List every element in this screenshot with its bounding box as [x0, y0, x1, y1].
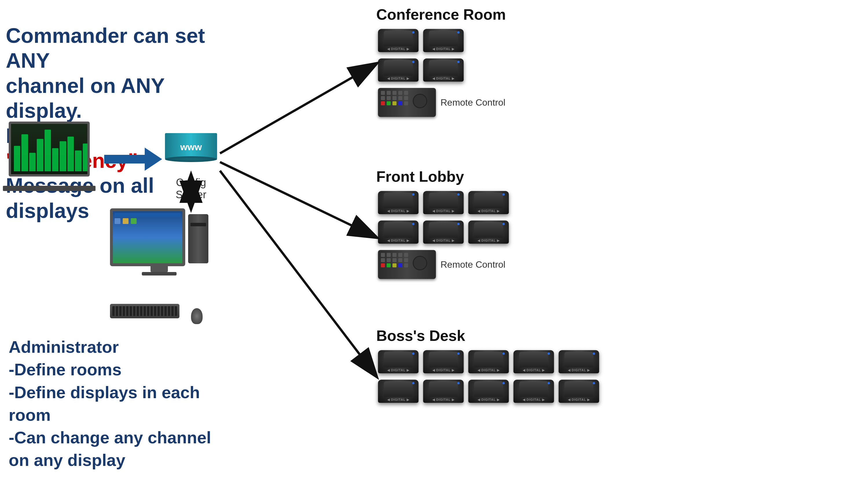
desktop-stand — [151, 266, 168, 272]
remote-dpad — [413, 256, 427, 270]
admin-line2: -Define displays in each room — [9, 381, 234, 427]
stb-device: ◀ DIGITAL ▶ — [378, 59, 419, 82]
cylinder-bottom — [165, 156, 217, 162]
boss-stb-row2: ◀ DIGITAL ▶ ◀ DIGITAL ▶ ◀ DIGITAL ▶ ◀ DI… — [376, 378, 810, 405]
conference-remote-label: Remote Control — [440, 97, 505, 108]
stb-device: ◀ DIGITAL ▶ — [423, 29, 464, 52]
remote-buttons — [381, 91, 409, 105]
conference-stb-row1: ◀ DIGITAL ▶ ◀ DIGITAL ▶ — [376, 27, 637, 54]
commander-line1: Commander can set ANY — [6, 23, 214, 73]
desktop-keyboard — [110, 304, 180, 318]
stb-device: ◀ DIGITAL ▶ — [423, 59, 464, 82]
stb-device: ◀ DIGITAL ▶ — [513, 350, 554, 373]
desktop-base — [142, 272, 176, 276]
server-boss-arrow — [220, 171, 376, 376]
remote-dpad — [413, 94, 427, 108]
stb-device: ◀ DIGITAL ▶ — [423, 380, 464, 403]
laptop-chart — [14, 125, 89, 171]
lobby-room-title: Front Lobby — [376, 168, 666, 185]
admin-title: Administrator — [9, 336, 234, 358]
blue-arrow — [104, 148, 162, 171]
stb-device: ◀ DIGITAL ▶ — [468, 220, 509, 244]
cylinder-www-label: www — [180, 142, 202, 153]
stb-device: ◀ DIGITAL ▶ — [423, 220, 464, 244]
desktop-monitor — [110, 208, 185, 266]
stb-device: ◀ DIGITAL ▶ — [513, 380, 554, 403]
desktop-computer — [110, 208, 208, 330]
stb-device: ◀ DIGITAL ▶ — [378, 220, 419, 244]
cylinder-body: www — [165, 133, 217, 159]
stb-device: ◀ DIGITAL ▶ — [559, 350, 599, 373]
lobby-stb-row1: ◀ DIGITAL ▶ ◀ DIGITAL ▶ ◀ DIGITAL ▶ — [376, 189, 666, 216]
stb-device: ◀ DIGITAL ▶ — [468, 350, 509, 373]
arrow-head — [145, 148, 162, 171]
bosses-desk-room: Boss's Desk ◀ DIGITAL ▶ ◀ DIGITAL ▶ ◀ DI… — [376, 327, 810, 407]
admin-line1: -Define rooms — [9, 358, 234, 381]
lobby-stb-row2: ◀ DIGITAL ▶ ◀ DIGITAL ▶ ◀ DIGITAL ▶ — [376, 219, 666, 245]
lobby-remote-label: Remote Control — [440, 259, 505, 270]
stb-device: ◀ DIGITAL ▶ — [468, 191, 509, 214]
stb-device: ◀ DIGITAL ▶ — [559, 380, 599, 403]
config-server-label: Config Server — [162, 176, 220, 201]
desktop-taskbar — [114, 213, 181, 217]
remote-buttons — [381, 253, 409, 267]
server-lobby-arrow — [220, 162, 376, 237]
commander-line2: channel on ANY display. — [6, 73, 214, 123]
desktop-screen — [113, 211, 182, 263]
lobby-remote-row: Remote Control — [376, 248, 666, 281]
config-server: www Config Server — [162, 127, 220, 201]
remote-control — [378, 88, 436, 117]
stb-device: ◀ DIGITAL ▶ — [378, 29, 419, 52]
front-lobby-room: Front Lobby ◀ DIGITAL ▶ ◀ DIGITAL ▶ ◀ DI… — [376, 168, 666, 281]
conference-room-title: Conference Room — [376, 6, 637, 23]
server-cylinder: www — [165, 133, 217, 171]
arrow-shaft — [104, 155, 151, 164]
stb-device: ◀ DIGITAL ▶ — [378, 380, 419, 403]
boss-room-title: Boss's Desk — [376, 327, 810, 344]
stb-device: ◀ DIGITAL ▶ — [468, 380, 509, 403]
desktop-mouse — [191, 308, 203, 324]
admin-text-block: Administrator -Define rooms -Define disp… — [9, 336, 234, 472]
desktop-icons — [114, 218, 181, 224]
desktop-drive — [190, 223, 206, 226]
conference-remote-row: Remote Control — [376, 86, 637, 119]
conference-room: Conference Room ◀ DIGITAL ▶ ◀ DIGITAL ▶ … — [376, 6, 637, 119]
stb-device: ◀ DIGITAL ▶ — [378, 350, 419, 373]
stb-device: ◀ DIGITAL ▶ — [378, 191, 419, 214]
remote-control — [378, 250, 436, 279]
boss-stb-row1: ◀ DIGITAL ▶ ◀ DIGITAL ▶ ◀ DIGITAL ▶ ◀ DI… — [376, 348, 810, 375]
stb-device: ◀ DIGITAL ▶ — [423, 191, 464, 214]
desktop-tower — [188, 214, 208, 263]
laptop-screen — [9, 122, 90, 176]
laptop-base — [3, 186, 95, 191]
laptop — [9, 122, 104, 191]
server-conference-arrow — [220, 64, 376, 153]
conference-stb-row2: ◀ DIGITAL ▶ ◀ DIGITAL ▶ — [376, 57, 637, 83]
stb-device: ◀ DIGITAL ▶ — [423, 350, 464, 373]
admin-line3: -Can change any channel on any display — [9, 426, 234, 472]
